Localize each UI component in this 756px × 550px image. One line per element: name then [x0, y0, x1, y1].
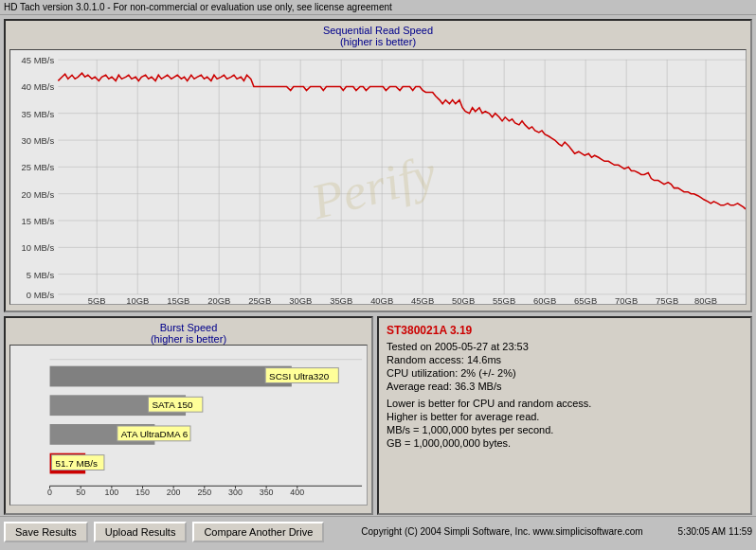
svg-text:50GB: 50GB: [452, 296, 475, 304]
svg-text:40 MB/s: 40 MB/s: [22, 83, 55, 93]
svg-text:55GB: 55GB: [493, 296, 515, 304]
sequential-chart-svg: 45 MB/s 40 MB/s 35 MB/s 30 MB/s 25 MB/s …: [10, 50, 746, 304]
svg-text:100: 100: [104, 488, 118, 497]
note-2: Higher is better for average read.: [387, 411, 743, 422]
cpu-utilization: CPU utilization: 2% (+/- 2%): [387, 367, 743, 379]
svg-text:30GB: 30GB: [289, 296, 312, 304]
svg-text:25 MB/s: 25 MB/s: [22, 164, 55, 173]
random-access: Random access: 14.6ms: [387, 354, 743, 365]
svg-text:25GB: 25GB: [248, 296, 271, 304]
svg-text:350: 350: [260, 488, 274, 497]
svg-text:65GB: 65GB: [574, 296, 597, 304]
svg-text:15GB: 15GB: [167, 296, 189, 304]
footer: Save Results Upload Results Compare Anot…: [0, 516, 756, 546]
svg-text:15 MB/s: 15 MB/s: [22, 217, 55, 226]
sequential-chart-container: Sequential Read Speed (higher is better)…: [4, 19, 752, 312]
svg-text:10 MB/s: 10 MB/s: [22, 244, 55, 254]
svg-text:30 MB/s: 30 MB/s: [22, 136, 55, 146]
sequential-chart: 45 MB/s 40 MB/s 35 MB/s 30 MB/s 25 MB/s …: [9, 49, 747, 305]
title-text: HD Tach version 3.0.1.0 - For non-commer…: [4, 2, 392, 12]
svg-text:SATA 150: SATA 150: [152, 399, 193, 410]
svg-text:70GB: 70GB: [615, 296, 638, 304]
title-bar: HD Tach version 3.0.1.0 - For non-commer…: [0, 0, 756, 15]
svg-text:20GB: 20GB: [207, 296, 230, 304]
bottom-section: Burst Speed (higher is better) 0 50 100 …: [4, 316, 752, 515]
svg-text:5GB: 5GB: [88, 296, 106, 304]
svg-text:0: 0: [47, 488, 52, 497]
drive-model: ST380021A 3.19: [387, 324, 743, 337]
svg-text:300: 300: [228, 488, 243, 497]
svg-text:SCSI Ultra320: SCSI Ultra320: [269, 371, 330, 381]
svg-text:400: 400: [290, 488, 304, 497]
svg-text:150: 150: [135, 488, 150, 497]
average-read: Average read: 36.3 MB/s: [387, 381, 743, 392]
svg-rect-73: [50, 366, 292, 387]
save-results-button[interactable]: Save Results: [4, 522, 88, 542]
sequential-chart-title: Sequential Read Speed (higher is better): [9, 25, 747, 47]
burst-chart-svg: 0 50 100 150 200 250 300 350 400: [10, 346, 367, 505]
svg-text:0 MB/s: 0 MB/s: [27, 291, 55, 300]
tested-on: Tested on 2005-05-27 at 23:53: [387, 341, 743, 352]
svg-text:ATA UltraDMA 6: ATA UltraDMA 6: [121, 429, 189, 439]
svg-text:75GB: 75GB: [656, 296, 678, 304]
svg-text:80GB: 80GB: [694, 296, 717, 304]
burst-chart: 0 50 100 150 200 250 300 350 400: [9, 345, 368, 506]
svg-text:5 MB/s: 5 MB/s: [27, 271, 55, 280]
footer-copyright: Copyright (C) 2004 Simpli Software, Inc.…: [330, 526, 674, 537]
svg-text:35GB: 35GB: [330, 296, 352, 304]
svg-text:250: 250: [197, 488, 211, 497]
svg-text:20 MB/s: 20 MB/s: [22, 190, 55, 200]
compare-another-drive-button[interactable]: Compare Another Drive: [192, 522, 324, 542]
burst-chart-title: Burst Speed (higher is better): [9, 322, 368, 345]
svg-text:10GB: 10GB: [126, 296, 149, 304]
svg-text:200: 200: [167, 488, 181, 497]
footer-time: 5:30:05 AM 11:59: [678, 526, 752, 537]
upload-results-button[interactable]: Upload Results: [94, 522, 188, 542]
svg-text:35 MB/s: 35 MB/s: [22, 110, 55, 119]
note-3: MB/s = 1,000,000 bytes per second.: [387, 424, 743, 435]
note-4: GB = 1,000,000,000 bytes.: [387, 437, 743, 449]
svg-text:Perify: Perify: [304, 145, 442, 230]
burst-chart-container: Burst Speed (higher is better) 0 50 100 …: [4, 316, 373, 515]
svg-text:51.7 MB/s: 51.7 MB/s: [55, 458, 98, 469]
note-1: Lower is better for CPU and random acces…: [387, 398, 743, 409]
svg-text:40GB: 40GB: [370, 296, 393, 304]
svg-text:60GB: 60GB: [533, 296, 556, 304]
svg-text:50: 50: [76, 488, 85, 497]
svg-text:45GB: 45GB: [411, 296, 434, 304]
svg-text:45 MB/s: 45 MB/s: [22, 56, 55, 65]
info-panel: ST380021A 3.19 Tested on 2005-05-27 at 2…: [377, 316, 752, 515]
